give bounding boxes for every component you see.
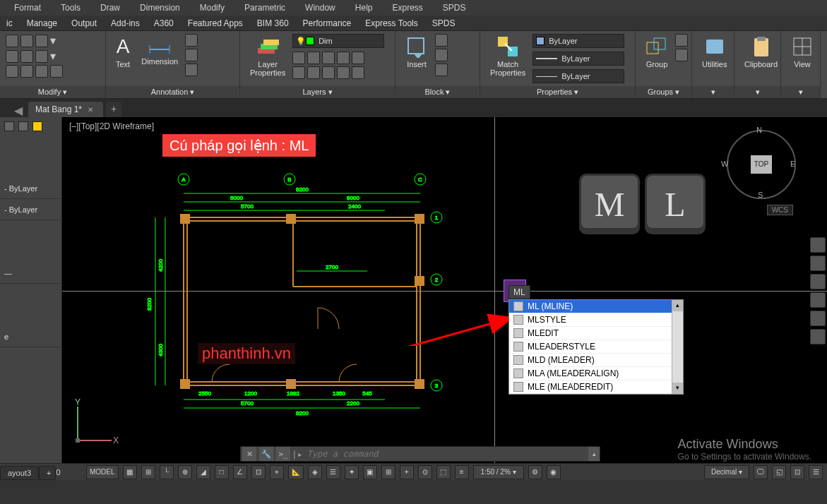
modify-icon[interactable] [35,50,48,63]
scale-readout[interactable]: 1:50 / 2% ▾ [473,465,524,479]
add-tab-button[interactable]: + [106,102,121,117]
view-button[interactable]: View [787,34,818,70]
compass-s[interactable]: S [758,191,763,199]
layer-icon[interactable] [307,52,320,64]
tab-a360[interactable]: A360 [152,18,176,28]
menu-tools[interactable]: Tools [61,3,81,13]
menu-spds[interactable]: SPDS [443,3,466,13]
sb-snap-icon[interactable]: ⊞ [141,465,155,479]
layer-icon[interactable] [352,66,364,79]
history-dropdown-icon[interactable]: ▴ [588,447,600,461]
lineweight-dropdown[interactable]: ByLayer [533,52,624,66]
layer-icon[interactable] [292,66,305,79]
sb-icon[interactable]: ≡ [455,465,469,479]
layer-icon[interactable] [292,52,305,64]
ac-item[interactable]: MLA (MLEADERALIGN) [509,367,683,380]
sb-grid-icon[interactable]: ▦ [123,465,137,479]
clipboard-button[interactable]: Clipboard [740,34,782,70]
layer-properties-button[interactable]: Layer Properties [246,34,290,78]
utilities-button[interactable]: Utilities [698,34,731,70]
command-line[interactable]: ✕ 🔧 >_ |▸ ▴ [240,446,600,462]
view-label[interactable]: [–][Top][2D Wireframe] [69,121,154,131]
layout-add[interactable]: + [39,466,56,480]
group-layers[interactable]: Layers ▾ [240,86,395,98]
modify-icon[interactable] [35,65,48,78]
close-icon[interactable]: ✕ [88,106,93,114]
lp-bylayer1[interactable]: - ByLayer [0,178,61,199]
group-button[interactable]: Group [641,34,672,70]
tab-addins[interactable]: Add-ins [109,18,142,28]
lp-icon[interactable] [18,121,28,131]
lp-icon[interactable] [4,121,14,131]
layer-icon[interactable] [337,66,350,79]
lp-bylayer2[interactable]: - ByLayer [0,199,61,220]
ac-item[interactable]: MLEDIT [509,327,683,340]
grp-icon[interactable] [675,49,688,61]
layout-tab[interactable]: ayout3 [0,466,39,480]
menu-draw[interactable]: Draw [100,3,120,13]
model-button[interactable]: MODEL [86,465,119,479]
modify-icon[interactable] [6,65,18,78]
modify-icon[interactable] [50,65,63,78]
group-properties[interactable]: Properties ▾ [480,86,635,98]
tab-prev-icon[interactable]: ◀ [14,104,23,117]
sb-icon[interactable]: ⬚ [436,465,451,479]
command-input[interactable] [303,449,588,459]
block-icon[interactable] [435,34,448,47]
insert-button[interactable]: Insert [401,34,432,70]
sb-ortho-icon[interactable]: └ [160,465,174,479]
layer-icon[interactable] [352,52,364,64]
sb-gear-icon[interactable]: ⚙ [528,465,542,479]
dynamic-input[interactable]: ML [508,285,530,299]
close-icon[interactable]: ✕ [242,447,256,461]
menu-window[interactable]: Window [305,3,335,13]
sb-icon[interactable]: ⌖ [270,465,284,479]
modify-icon[interactable] [6,50,18,63]
sb-track-icon[interactable]: ∠ [233,465,247,479]
tab-ic[interactable]: ic [4,18,15,28]
menu-help[interactable]: Help [355,3,373,13]
menu-parametric[interactable]: Parametric [244,3,285,13]
layer-icon[interactable] [337,52,350,64]
modify-icon[interactable] [6,35,18,47]
modify-icon[interactable] [35,35,48,47]
group-modify[interactable]: Modify ▾ [0,86,105,98]
layer-icon[interactable] [322,52,335,64]
ac-item[interactable]: MLE (MLEADEREDIT) [509,380,683,394]
layer-icon[interactable] [322,66,335,79]
sb-polar-icon[interactable]: ⊕ [178,465,192,479]
modify-icon[interactable] [20,35,33,47]
grp-icon[interactable] [675,34,688,47]
nav-icon[interactable] [810,237,826,253]
view-cube[interactable]: N S E W TOP [721,126,799,203]
sb-icon[interactable]: ✦ [345,465,359,479]
tab-performance[interactable]: Performance [301,18,354,28]
dimension-button[interactable]: Dimension [137,34,182,67]
scrollbar[interactable]: ▴▾ [672,300,683,394]
sb-icon[interactable]: ▣ [363,465,377,479]
tab-output[interactable]: Output [69,18,99,28]
sb-icon[interactable]: ⊙ [418,465,432,479]
ucs-icon[interactable]: Y X [71,398,120,448]
layer-icon[interactable] [307,66,320,79]
sb-icon[interactable]: ◱ [772,465,786,479]
sb-icon[interactable]: ⊞ [381,465,395,479]
anno-icon[interactable] [185,64,198,76]
wrench-icon[interactable]: 🔧 [259,447,273,461]
scroll-down-icon[interactable]: ▾ [672,383,683,394]
sb-icon[interactable]: ⊡ [790,465,804,479]
group-block[interactable]: Block ▾ [395,86,480,98]
wcs-label[interactable]: WCS [767,205,793,215]
sb-icon[interactable]: ◈ [308,465,322,479]
text-button[interactable]: AText [112,34,134,70]
ac-item[interactable]: MLSTYLE [509,313,683,327]
menu-format[interactable]: Format [14,3,41,13]
compass-w[interactable]: W [721,160,728,168]
nav-icon[interactable] [810,274,826,289]
compass-n[interactable]: N [756,126,762,134]
nav-icon[interactable] [810,256,826,271]
color-dropdown[interactable]: ByLayer [533,34,624,48]
tab-manage[interactable]: Manage [25,18,59,28]
sb-icon[interactable]: 📐 [288,465,304,479]
sb-icon[interactable]: + [400,465,414,479]
